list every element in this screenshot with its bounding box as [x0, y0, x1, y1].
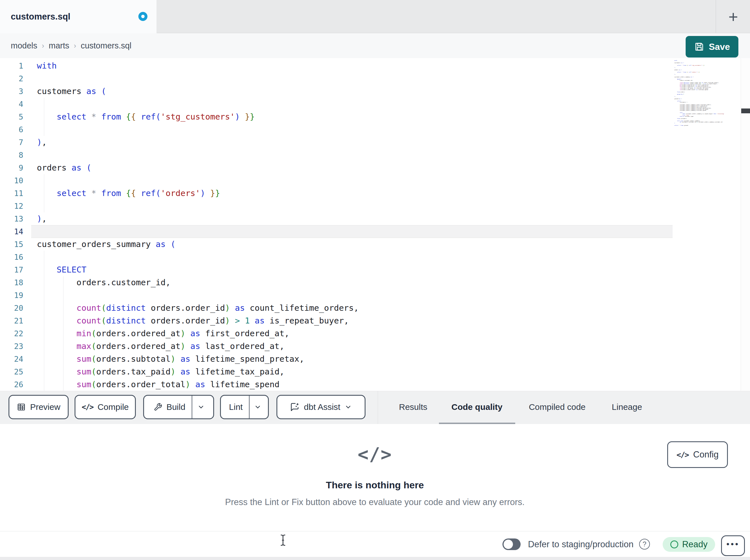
code-lines: 1with23customers as (45 select * from {{… — [0, 60, 750, 391]
line-number: 22 — [0, 327, 23, 340]
build-split-button: Build — [143, 395, 214, 419]
build-dropdown-button[interactable] — [192, 396, 210, 418]
code-line[interactable]: 16 — [0, 251, 750, 264]
code-line[interactable]: 15customer_orders_summary as ( — [0, 238, 750, 251]
code-line[interactable]: 26 sum(orders.order_total) as lifetime_s… — [0, 378, 750, 391]
lint-split-button: Lint — [220, 395, 269, 419]
code-line[interactable]: 2 — [0, 72, 750, 85]
line-number: 23 — [0, 340, 23, 353]
save-button-label: Save — [709, 42, 730, 52]
build-button-label: Build — [166, 402, 185, 412]
line-number: 9 — [0, 162, 23, 174]
line-number: 12 — [0, 200, 23, 212]
lint-button-label: Lint — [229, 402, 243, 412]
lint-dropdown-button[interactable] — [250, 396, 266, 418]
line-number: 14 — [0, 225, 23, 238]
code-quality-panel: </> There is nothing here Press the Lint… — [0, 424, 750, 531]
action-toolbar: Preview </> Compile Build Lint — [0, 391, 750, 424]
status-badge-label: Ready — [682, 539, 708, 549]
line-number: 7 — [0, 136, 23, 149]
preview-button[interactable]: Preview — [8, 395, 68, 419]
line-number: 17 — [0, 264, 23, 276]
code-line[interactable]: 24 sum(orders.subtotal) as lifetime_spen… — [0, 353, 750, 366]
panel-splitter[interactable] — [378, 391, 378, 424]
code-line[interactable]: 10 — [0, 174, 750, 187]
window-bottom-edge — [0, 557, 750, 560]
build-button[interactable]: Build — [147, 396, 192, 418]
line-number: 18 — [0, 276, 23, 289]
line-number: 10 — [0, 174, 23, 187]
line-number: 24 — [0, 353, 23, 366]
code-line[interactable]: 12 — [0, 200, 750, 212]
line-number: 25 — [0, 366, 23, 378]
chevron-down-icon — [197, 403, 205, 411]
compile-button[interactable]: </> Compile — [75, 395, 136, 419]
chevron-down-icon — [254, 403, 261, 411]
code-line[interactable]: 4 — [0, 98, 750, 110]
line-number: 8 — [0, 149, 23, 162]
more-options-button[interactable]: ••• — [721, 535, 745, 556]
new-tab-button[interactable]: + — [722, 5, 745, 28]
indent-guide — [63, 289, 63, 302]
empty-state-title: There is nothing here — [326, 480, 424, 491]
dbt-assist-button[interactable]: dbt Assist — [276, 395, 366, 419]
tab-customers-sql[interactable]: customers.sql — [0, 0, 157, 33]
code-line[interactable]: 18 orders.customer_id, — [0, 276, 750, 289]
config-button[interactable]: </> Config — [667, 441, 728, 468]
config-button-label: Config — [693, 450, 719, 460]
editor-scrollbar[interactable] — [741, 58, 750, 391]
scrollbar-thumb[interactable] — [741, 108, 750, 113]
code-line[interactable]: 11 select * from {{ ref('orders') }} — [0, 187, 750, 200]
code-line[interactable]: 22 min(orders.ordered_at) as first_order… — [0, 327, 750, 340]
tab-results[interactable]: Results — [399, 391, 427, 423]
code-icon: </> — [82, 403, 93, 411]
defer-label: Defer to staging/production — [528, 532, 633, 557]
chevron-down-icon — [344, 403, 352, 411]
line-number: 1 — [0, 60, 23, 72]
line-number: 21 — [0, 314, 23, 327]
code-line[interactable]: 23 max(orders.ordered_at) as last_ordere… — [0, 340, 750, 353]
preview-button-label: Preview — [30, 402, 60, 412]
code-line[interactable]: 14 — [0, 225, 750, 238]
code-line[interactable]: 19 — [0, 289, 750, 302]
empty-state-code-icon: </> — [358, 444, 392, 465]
empty-state-message: Press the Lint or Fix button above to ev… — [225, 497, 525, 507]
code-line[interactable]: 20 count(distinct orders.order_id) as co… — [0, 302, 750, 314]
dbt-assist-button-label: dbt Assist — [304, 402, 340, 412]
tab-bar-divider — [716, 0, 716, 33]
toggle-knob — [504, 540, 513, 549]
tab-code-quality[interactable]: Code quality — [451, 391, 502, 423]
table-icon — [17, 402, 26, 412]
tab-lineage[interactable]: Lineage — [612, 391, 642, 423]
minimap-content: with customers as ( select * from {{ ref… — [674, 60, 729, 126]
breadcrumb-item-models[interactable]: models — [11, 41, 37, 50]
code-line[interactable]: 5 select * from {{ ref('stg_customers') … — [0, 110, 750, 123]
lint-button[interactable]: Lint — [223, 396, 249, 418]
line-number: 2 — [0, 72, 23, 85]
line-number: 15 — [0, 238, 23, 251]
text-cursor-pointer — [277, 533, 289, 547]
help-icon[interactable]: ? — [639, 539, 650, 549]
breadcrumb-item-marts[interactable]: marts — [49, 41, 70, 50]
code-icon: </> — [676, 450, 689, 459]
defer-toggle[interactable] — [502, 538, 520, 550]
code-line[interactable]: 3customers as ( — [0, 85, 750, 98]
editor-tab-bar: customers.sql + — [0, 0, 750, 33]
code-line[interactable]: 21 count(distinct orders.order_id) > 1 a… — [0, 314, 750, 327]
wrench-icon — [154, 403, 162, 411]
code-line[interactable]: 8 — [0, 149, 750, 162]
breadcrumb-item-file[interactable]: customers.sql — [81, 41, 132, 50]
save-button[interactable]: Save — [686, 36, 738, 58]
minimap[interactable]: with customers as ( select * from {{ ref… — [674, 60, 730, 196]
code-line[interactable]: 13), — [0, 212, 750, 225]
code-line[interactable]: 7), — [0, 136, 750, 149]
code-editor[interactable]: 1with23customers as (45 select * from {{… — [0, 58, 750, 391]
code-line[interactable]: 9orders as ( — [0, 162, 750, 174]
code-line[interactable]: 25 sum(orders.tax_paid) as lifetime_tax_… — [0, 366, 750, 378]
code-line[interactable]: 17 SELECT — [0, 264, 750, 276]
status-bar: Defer to staging/production ? Ready ••• — [0, 531, 750, 557]
code-line[interactable]: 1with — [0, 60, 750, 72]
tab-compiled-code[interactable]: Compiled code — [529, 391, 586, 423]
code-line[interactable]: 6 — [0, 123, 750, 136]
active-line-highlight — [31, 225, 673, 238]
